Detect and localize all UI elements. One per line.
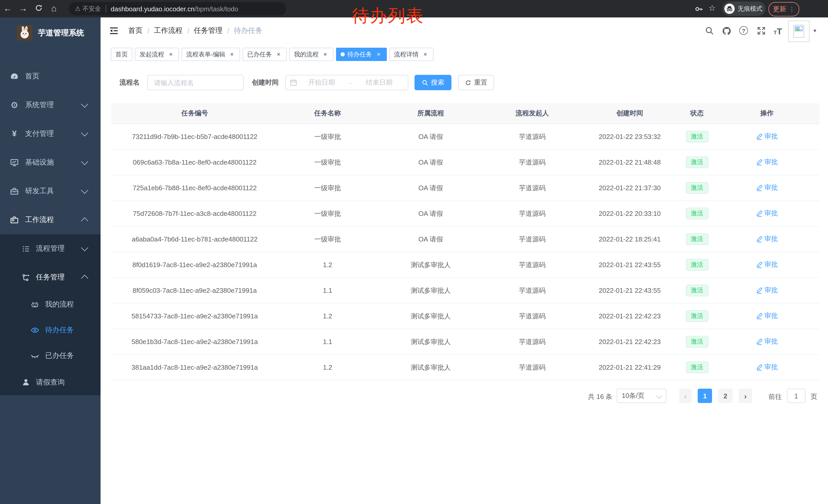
- breadcrumb-home[interactable]: 首页: [128, 26, 142, 35]
- approve-label: 审批: [764, 209, 778, 218]
- sidebar-item-system-management[interactable]: ⚙ 系统管理: [0, 91, 100, 120]
- tags-view-bar: 首页 发起流程 × 流程表单-编辑 × 已办任务 × 我的流程 ×: [100, 44, 828, 66]
- sidebar-item-leave-query[interactable]: 请假查询: [0, 369, 100, 395]
- eye-closed-icon: [30, 351, 40, 361]
- cell-action: 审批: [715, 363, 819, 372]
- range-separator: -: [346, 79, 355, 86]
- cell-task-name: 1.2: [278, 364, 377, 371]
- table-row: 8f059c03-7ac8-11ec-a9e2-a2380e71991a 1.1…: [111, 278, 819, 304]
- status-badge: 激活: [686, 336, 708, 348]
- cell-starter: 芋道源码: [484, 363, 580, 372]
- toolbox-icon: [9, 186, 19, 196]
- search-icon[interactable]: [705, 26, 714, 35]
- chevron-down-icon: [81, 187, 88, 194]
- sidebar-item-label: 已办任务: [45, 351, 74, 360]
- edit-pen-icon: [756, 133, 763, 140]
- browser-update-button[interactable]: 更新 ⋮: [769, 2, 799, 16]
- sidebar-item-my-process[interactable]: 我的流程: [0, 292, 100, 317]
- breadcrumb-workflow[interactable]: 工作流程: [154, 26, 182, 35]
- tab-process-detail[interactable]: 流程详情 ×: [389, 48, 433, 61]
- tab-home[interactable]: 首页: [111, 48, 132, 61]
- github-icon[interactable]: [722, 26, 731, 35]
- column-starter: 流程发起人: [484, 109, 580, 118]
- forward-icon[interactable]: →: [15, 4, 31, 14]
- tab-label: 流程表单-编辑: [186, 50, 225, 59]
- home-icon[interactable]: ⌂: [46, 4, 61, 14]
- font-size-icon[interactable]: TT: [774, 26, 783, 35]
- approve-button[interactable]: 审批: [756, 260, 778, 269]
- sidebar-item-label: 工作流程: [25, 215, 54, 225]
- sidebar-item-home[interactable]: 首页: [0, 62, 100, 91]
- sidebar-item-payment-management[interactable]: ¥ 支付管理: [0, 120, 100, 148]
- tab-done-tasks[interactable]: 已办任务 ×: [243, 48, 287, 61]
- search-button[interactable]: 搜索: [415, 75, 451, 90]
- close-icon[interactable]: ×: [322, 51, 329, 58]
- date-range-picker[interactable]: 开始日期 - 结束日期: [285, 75, 408, 90]
- edit-pen-icon: [756, 338, 763, 345]
- approve-button[interactable]: 审批: [756, 286, 778, 295]
- approve-button[interactable]: 审批: [756, 209, 778, 218]
- page-button-2[interactable]: 2: [718, 388, 733, 403]
- chevron-down-icon: [81, 244, 88, 251]
- sidebar-item-workflow[interactable]: 工作流程: [0, 205, 100, 234]
- close-icon[interactable]: ×: [375, 51, 382, 58]
- password-key-icon[interactable]: [695, 5, 703, 15]
- cell-status: 激活: [679, 336, 715, 348]
- approve-button[interactable]: 审批: [756, 363, 778, 372]
- close-icon[interactable]: ×: [275, 51, 282, 58]
- process-name-input[interactable]: [148, 79, 243, 86]
- sidebar-item-dev-tools[interactable]: 研发工具: [0, 177, 100, 205]
- goto-page-input[interactable]: [787, 388, 805, 403]
- close-icon[interactable]: ×: [228, 51, 236, 58]
- sidebar-item-todo-tasks[interactable]: 待办任务: [0, 317, 100, 343]
- table-row: 58154733-7ac8-11ec-a9e2-a2380e71991a 1.2…: [111, 304, 819, 329]
- question-glyph: ?: [742, 28, 745, 34]
- approve-button[interactable]: 审批: [756, 158, 778, 167]
- sidebar-collapse-icon[interactable]: [109, 26, 119, 38]
- approve-button[interactable]: 审批: [756, 183, 778, 192]
- breadcrumb-separator: /: [187, 27, 189, 35]
- avatar[interactable]: [788, 20, 810, 42]
- cell-created-at: 2022-01-21 22:42:23: [580, 338, 679, 346]
- prev-page-button[interactable]: ‹: [679, 388, 692, 403]
- search-button-label: 搜索: [431, 78, 444, 87]
- approve-label: 审批: [764, 337, 778, 346]
- page-size-select[interactable]: 10条/页: [617, 388, 666, 403]
- reload-icon[interactable]: [31, 4, 46, 14]
- breadcrumb-task-management[interactable]: 任务管理: [194, 26, 223, 35]
- cell-starter: 芋道源码: [484, 235, 580, 244]
- approve-button[interactable]: 审批: [756, 132, 778, 141]
- sidebar-item-infrastructure[interactable]: 基础设施: [0, 148, 100, 177]
- cell-starter: 芋道源码: [484, 260, 580, 269]
- tab-todo-tasks[interactable]: 待办任务 ×: [336, 48, 387, 61]
- close-icon[interactable]: ×: [422, 51, 429, 58]
- sidebar-item-process-management[interactable]: 流程管理: [0, 234, 100, 263]
- tab-process-form-edit[interactable]: 流程表单-编辑 ×: [181, 48, 240, 61]
- chevron-up-icon: [81, 217, 88, 225]
- update-label: 更新: [773, 5, 786, 14]
- user-icon: [20, 377, 31, 387]
- tab-my-process[interactable]: 我的流程 ×: [289, 48, 333, 61]
- bookmark-star-icon[interactable]: ☆: [708, 3, 716, 13]
- sidebar-item-done-tasks[interactable]: 已办任务: [0, 343, 100, 369]
- browser-menu-icon[interactable]: ⋮: [789, 6, 795, 13]
- sidebar-item-task-management[interactable]: 任务管理: [0, 263, 100, 292]
- close-icon[interactable]: ×: [167, 51, 174, 58]
- approve-button[interactable]: 审批: [756, 337, 778, 346]
- avatar-caret-icon[interactable]: ▼: [813, 28, 817, 33]
- address-bar[interactable]: ⚠ 不安全 dashboard.yudao.iocoder.cn/bpm/tas…: [69, 2, 286, 15]
- reset-button[interactable]: 重置: [458, 75, 494, 90]
- fullscreen-icon[interactable]: [757, 26, 766, 35]
- start-date-placeholder[interactable]: 开始日期: [297, 78, 346, 87]
- cell-task-id: 725a1eb6-7b88-11ec-8ef0-acde48001122: [111, 184, 278, 192]
- tab-initiate-process[interactable]: 发起流程 ×: [135, 48, 179, 61]
- back-icon[interactable]: ←: [0, 4, 15, 14]
- help-icon[interactable]: ?: [739, 26, 748, 35]
- next-page-button[interactable]: ›: [739, 388, 752, 403]
- page-button-1[interactable]: 1: [698, 388, 712, 403]
- process-name-input-wrap: [147, 75, 244, 90]
- approve-button[interactable]: 审批: [756, 235, 778, 244]
- end-date-placeholder[interactable]: 结束日期: [355, 78, 404, 87]
- approve-button[interactable]: 审批: [756, 312, 778, 321]
- active-dot: [341, 52, 345, 56]
